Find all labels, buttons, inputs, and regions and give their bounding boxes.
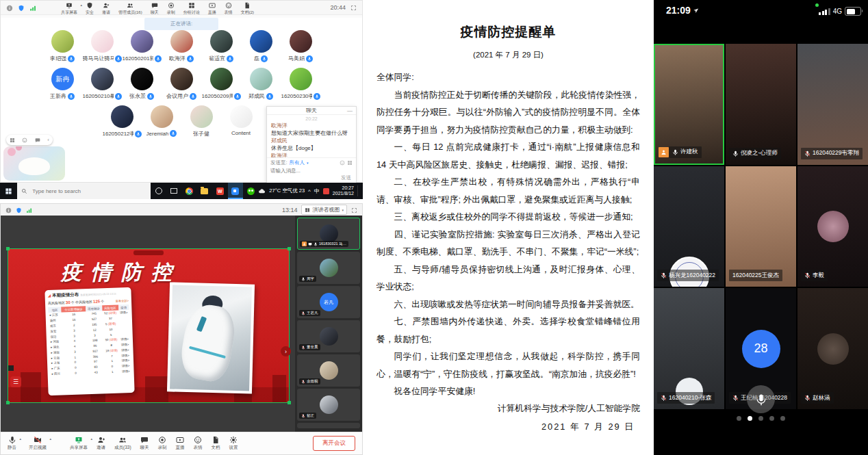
toolbar-mic-button[interactable]: ▴静音 bbox=[8, 436, 16, 451]
video-tile[interactable]: 162040225王俊杰 bbox=[726, 166, 796, 287]
sidebar-participant-tile[interactable]: 周宇 bbox=[297, 252, 360, 284]
taskbar-app-explorer[interactable] bbox=[197, 183, 212, 199]
participant-cell[interactable]: 磊 bbox=[241, 30, 281, 62]
toolbar-invite-button[interactable]: 邀请 bbox=[97, 436, 105, 451]
chat-minimize-icon[interactable]: — bbox=[347, 107, 353, 114]
participant-cell[interactable]: 162050210暴宝… bbox=[82, 68, 122, 100]
toolbar-invite-button[interactable]: 邀请 bbox=[102, 2, 110, 16]
video-tile[interactable]: 162040210-张森 bbox=[654, 288, 724, 409]
avatar bbox=[131, 30, 153, 53]
page-dot[interactable] bbox=[780, 416, 785, 421]
participant-cell[interactable]: Jeremiah bbox=[142, 105, 181, 138]
sidebar-participant-tile[interactable]: 若凡王若凡 bbox=[297, 286, 360, 318]
mic-icon bbox=[301, 380, 305, 384]
tray-app-icon[interactable] bbox=[323, 188, 329, 194]
participant-cell[interactable]: 新冉王新冉 bbox=[42, 68, 82, 100]
video-tile[interactable]: 杨兴龙162040222 bbox=[654, 166, 724, 287]
weather-cloud-icon[interactable] bbox=[258, 187, 266, 195]
page-dot[interactable] bbox=[748, 416, 752, 421]
participant-cell[interactable]: 欧海洋 bbox=[162, 30, 201, 62]
taskbar-search[interactable] bbox=[17, 183, 151, 199]
toolbar-record-button[interactable]: 录制 bbox=[158, 436, 167, 451]
protection-shield-icon[interactable] bbox=[16, 206, 22, 213]
video-tile[interactable]: 赵林涵 bbox=[797, 288, 868, 409]
toolbar-record-button[interactable]: 录制 bbox=[167, 2, 175, 16]
toolbar-chat-button[interactable]: 聊天 bbox=[151, 2, 159, 16]
fullscreen-icon[interactable] bbox=[350, 4, 357, 11]
document-title: 疫情防控提醒单 bbox=[376, 23, 640, 41]
taskbar-app-wechat[interactable] bbox=[243, 183, 258, 199]
taskbar-app-cortana[interactable] bbox=[151, 183, 166, 199]
participant-cell[interactable]: 162050212李宇… bbox=[102, 105, 142, 138]
mic-badge bbox=[115, 93, 122, 100]
toolbar-camoff-button[interactable]: ▴开启视频 bbox=[29, 436, 47, 451]
participant-cell[interactable]: 马美娟 bbox=[281, 30, 320, 62]
fullscreen-icon[interactable] bbox=[351, 206, 357, 213]
taskbar-clock[interactable]: 20:27 2021/8/12 bbox=[333, 185, 354, 196]
toolbar-breakout-button[interactable]: 分组讨论 bbox=[183, 2, 200, 16]
participant-cell[interactable]: Content bbox=[221, 105, 261, 138]
sidebar-participant-tile[interactable]: 董世晨 bbox=[297, 320, 360, 352]
participant-cell[interactable]: 张子健 bbox=[181, 105, 221, 138]
toolbar-emoji-button[interactable]: 表情 bbox=[194, 436, 203, 451]
meeting-info-icon[interactable] bbox=[5, 206, 12, 213]
toolbar-share-button[interactable]: ▴共享屏幕 bbox=[61, 2, 77, 16]
ime-indicator[interactable]: 中 bbox=[314, 187, 320, 195]
taskbar-app-wps[interactable]: W bbox=[212, 183, 227, 199]
protection-shield-icon[interactable] bbox=[18, 3, 25, 11]
weather-text[interactable]: 27°C 空气优 23 bbox=[269, 187, 305, 194]
toolbar-people-button[interactable]: 成员(33) bbox=[114, 436, 131, 451]
toolbar-live-button[interactable]: 直播 bbox=[176, 436, 185, 451]
leave-meeting-button[interactable]: 离开会议 bbox=[313, 436, 355, 451]
unmute-overlay-button[interactable] bbox=[747, 385, 775, 413]
toolbar-live-button[interactable]: 直播 bbox=[208, 2, 216, 16]
next-slide-arrow[interactable]: › bbox=[281, 346, 291, 356]
taskbar-app-meeting[interactable] bbox=[228, 183, 243, 199]
participant-cell[interactable]: 162050201郭雅… bbox=[122, 30, 162, 62]
toolbar-doc-button[interactable]: 文档(2) bbox=[241, 2, 254, 16]
page-dot[interactable] bbox=[737, 416, 741, 421]
sendto-dropdown[interactable]: 所有人 bbox=[290, 159, 305, 166]
view-mode-button[interactable]: 演讲者视图 ▾ bbox=[301, 205, 347, 215]
participant-cell[interactable]: 会议用户 bbox=[162, 68, 201, 100]
page-dot[interactable] bbox=[769, 416, 774, 421]
participant-cell[interactable]: 162050230李爽… bbox=[281, 68, 320, 100]
sidebar-participant-tile[interactable]: 郁正 bbox=[297, 389, 360, 421]
toolbar-chat-button[interactable]: 聊天 bbox=[140, 436, 149, 451]
floating-reaction-bar[interactable]: ‹ bbox=[6, 135, 53, 145]
toolbar-shield-button[interactable]: 安全 bbox=[86, 2, 94, 16]
page-dots[interactable] bbox=[654, 416, 868, 421]
video-tile[interactable]: 李毅 bbox=[797, 166, 868, 287]
location-arrow-icon bbox=[692, 6, 699, 14]
participant-cell[interactable]: 骑马马让骑马马… bbox=[82, 30, 122, 62]
video-tile[interactable]: 倪凌之-心理师 bbox=[726, 44, 796, 165]
search-input[interactable] bbox=[31, 187, 136, 195]
toolbar-share-button[interactable]: ▴共享屏幕 bbox=[70, 436, 88, 451]
toolbar-doc-button[interactable]: 文档 bbox=[212, 436, 220, 451]
chat-send-button[interactable]: 发送 bbox=[270, 174, 353, 183]
annotation-list-button[interactable]: ☰ bbox=[10, 376, 21, 387]
sidebar-participant-tile[interactable]: 161830321 马… bbox=[297, 218, 360, 250]
toolbar-emoji-button[interactable]: 表情 bbox=[225, 2, 233, 16]
chat-input[interactable] bbox=[270, 166, 353, 174]
participant-cell[interactable]: 李绍强 bbox=[42, 30, 82, 62]
image-icon[interactable] bbox=[347, 160, 353, 166]
toolbar-people-button[interactable]: 管理成员(16) bbox=[118, 2, 142, 16]
mic-badge bbox=[190, 93, 196, 100]
participant-cell[interactable]: 翁适宜 bbox=[201, 30, 241, 62]
taskbar-app-chrome[interactable] bbox=[181, 183, 196, 199]
video-tile[interactable]: 许建秋 bbox=[654, 44, 724, 165]
taskbar-app-taskview[interactable] bbox=[166, 183, 181, 199]
participant-cell[interactable]: 162050209周翌… bbox=[201, 68, 241, 100]
page-dot[interactable] bbox=[758, 416, 763, 421]
meeting-info-icon[interactable] bbox=[6, 3, 13, 11]
tray-expand-icon[interactable]: ^ bbox=[308, 188, 311, 194]
collapse-icon[interactable]: ‹ bbox=[47, 137, 49, 143]
toolbar-gear-button[interactable]: 设置 bbox=[229, 436, 238, 451]
start-button[interactable] bbox=[0, 183, 17, 199]
video-tile[interactable]: 162040229韦零翔 bbox=[797, 44, 868, 165]
sidebar-participant-tile[interactable]: 余雨桐 bbox=[297, 354, 360, 387]
participant-cell[interactable]: 张永景 bbox=[122, 68, 162, 100]
emoji-icon[interactable] bbox=[340, 160, 345, 166]
participant-cell[interactable]: 郑成民 bbox=[241, 68, 281, 100]
